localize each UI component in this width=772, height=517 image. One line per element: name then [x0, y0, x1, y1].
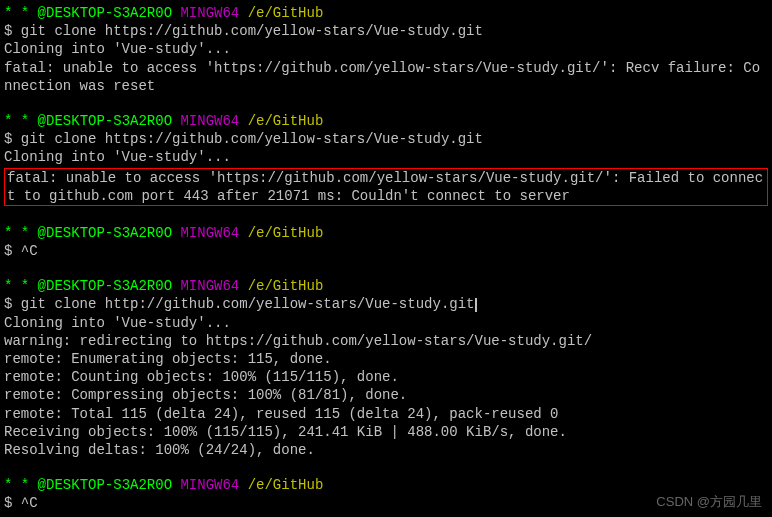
blank-line — [4, 513, 768, 518]
prompt-sys: MINGW64 — [172, 278, 239, 294]
prompt-line: * * @DESKTOP-S3A2R0O MINGW64 /e/GitHub — [4, 112, 768, 130]
output-line: remote: Counting objects: 100% (115/115)… — [4, 368, 768, 386]
output-line: warning: redirecting to https://github.c… — [4, 332, 768, 350]
watermark: CSDN @方园几里 — [656, 494, 762, 511]
prompt-star: * * — [4, 278, 29, 294]
output-line: Cloning into 'Vue-study'... — [4, 40, 768, 58]
command-line[interactable]: $ ^C — [4, 494, 768, 512]
prompt-star: * * — [4, 113, 29, 129]
cursor — [475, 298, 477, 312]
output-line: fatal: unable to access 'https://github.… — [4, 59, 768, 95]
prompt-dollar: $ — [4, 296, 21, 312]
blank-line — [4, 95, 768, 112]
prompt-path: /e/GitHub — [239, 225, 323, 241]
prompt-sys: MINGW64 — [172, 113, 239, 129]
prompt-user: @DESKTOP-S3A2R0O — [29, 278, 172, 294]
terminal-output: * * @DESKTOP-S3A2R0O MINGW64 /e/GitHub $… — [4, 4, 768, 517]
prompt-sys: MINGW64 — [172, 5, 239, 21]
prompt-user: @DESKTOP-S3A2R0O — [29, 5, 172, 21]
prompt-dollar: $ — [4, 131, 21, 147]
command-text: git clone https://github.com/yellow-star… — [21, 23, 483, 39]
command-text: ^C — [21, 243, 38, 259]
prompt-user: @DESKTOP-S3A2R0O — [29, 477, 172, 493]
output-line: Cloning into 'Vue-study'... — [4, 148, 768, 166]
prompt-user: @DESKTOP-S3A2R0O — [29, 113, 172, 129]
prompt-sys: MINGW64 — [172, 225, 239, 241]
output-line: remote: Enumerating objects: 115, done. — [4, 350, 768, 368]
command-line[interactable]: $ git clone http://github.com/yellow-sta… — [4, 295, 768, 313]
error-highlight-box: fatal: unable to access 'https://github.… — [4, 168, 768, 206]
prompt-dollar: $ — [4, 243, 21, 259]
prompt-line: * * @DESKTOP-S3A2R0O MINGW64 /e/GitHub — [4, 4, 768, 22]
prompt-path: /e/GitHub — [239, 278, 323, 294]
command-text: ^C — [21, 495, 38, 511]
output-line: remote: Compressing objects: 100% (81/81… — [4, 386, 768, 404]
output-line: Receiving objects: 100% (115/115), 241.4… — [4, 423, 768, 441]
output-line: Cloning into 'Vue-study'... — [4, 314, 768, 332]
prompt-line: * * @DESKTOP-S3A2R0O MINGW64 /e/GitHub — [4, 277, 768, 295]
blank-line — [4, 260, 768, 277]
output-line: remote: Total 115 (delta 24), reused 115… — [4, 405, 768, 423]
blank-line — [4, 207, 768, 224]
prompt-star: * * — [4, 225, 29, 241]
error-line: fatal: unable to access 'https://github.… — [7, 169, 765, 205]
command-line[interactable]: $ git clone https://github.com/yellow-st… — [4, 130, 768, 148]
command-line[interactable]: $ ^C — [4, 242, 768, 260]
prompt-dollar: $ — [4, 23, 21, 39]
blank-line — [4, 459, 768, 476]
output-line: Resolving deltas: 100% (24/24), done. — [4, 441, 768, 459]
prompt-dollar: $ — [4, 495, 21, 511]
command-line[interactable]: $ git clone https://github.com/yellow-st… — [4, 22, 768, 40]
prompt-path: /e/GitHub — [239, 113, 323, 129]
prompt-sys: MINGW64 — [172, 477, 239, 493]
prompt-path: /e/GitHub — [239, 477, 323, 493]
command-text: git clone http://github.com/yellow-stars… — [21, 296, 475, 312]
prompt-user: @DESKTOP-S3A2R0O — [29, 225, 172, 241]
prompt-line: * * @DESKTOP-S3A2R0O MINGW64 /e/GitHub — [4, 224, 768, 242]
prompt-path: /e/GitHub — [239, 5, 323, 21]
prompt-star: * * — [4, 477, 29, 493]
prompt-star: * * — [4, 5, 29, 21]
prompt-line: * * @DESKTOP-S3A2R0O MINGW64 /e/GitHub — [4, 476, 768, 494]
command-text: git clone https://github.com/yellow-star… — [21, 131, 483, 147]
